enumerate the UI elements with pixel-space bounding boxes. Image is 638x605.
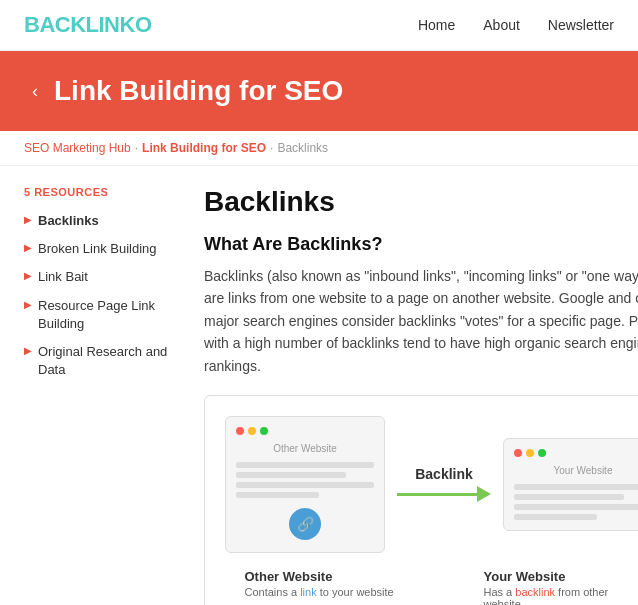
sidebar-item-broken[interactable]: ▶ Broken Link Building <box>24 240 184 258</box>
link-word[interactable]: link <box>300 586 317 598</box>
backlink-diagram: Other Website 🔗 <box>204 395 638 605</box>
other-site-desc: Contains a link to your website <box>245 586 405 598</box>
arrow-icon-2: ▶ <box>24 242 32 253</box>
logo-text: BACKLINK <box>24 12 135 37</box>
sidebar-label-research: Original Research and Data <box>38 343 184 379</box>
line-y2 <box>514 494 624 500</box>
diagram-inner: Other Website 🔗 <box>225 416 638 553</box>
other-website-box: Other Website 🔗 <box>225 416 385 553</box>
header: BACKLINKO Home About Newsletter <box>0 0 638 51</box>
sidebar-item-linkbait[interactable]: ▶ Link Bait <box>24 268 184 286</box>
main-area: 5 RESOURCES ▶ Backlinks ▶ Broken Link Bu… <box>0 166 638 605</box>
line-1 <box>236 462 374 468</box>
hero-title: Link Building for SEO <box>54 75 343 107</box>
content-lines-other <box>236 462 374 498</box>
dot-red-your <box>514 449 522 457</box>
arrow-head <box>477 486 491 502</box>
arrow-icon-1: ▶ <box>24 214 32 225</box>
sidebar-label-linkbait: Link Bait <box>38 268 88 286</box>
other-site-info: Other Website Contains a link to your we… <box>245 569 405 605</box>
other-site-name: Other Website <box>245 569 405 584</box>
content-lines-your <box>514 484 638 520</box>
breadcrumb-sep-1: · <box>135 141 138 155</box>
your-site-name: Your Website <box>484 569 639 584</box>
backlink-word[interactable]: backlink <box>515 586 555 598</box>
sidebar-resources-heading: 5 RESOURCES <box>24 186 184 198</box>
browser-dots-your <box>514 449 638 457</box>
sidebar-menu: ▶ Backlinks ▶ Broken Link Building ▶ Lin… <box>24 212 184 379</box>
line-y3 <box>514 504 638 510</box>
nav-about[interactable]: About <box>483 17 520 33</box>
dot-yellow-other <box>248 427 256 435</box>
dot-yellow-your <box>526 449 534 457</box>
sidebar-label-backlinks: Backlinks <box>38 212 99 230</box>
content-body: Backlinks (also known as "inbound links"… <box>204 265 638 377</box>
link-icon: 🔗 <box>289 508 321 540</box>
main-content: Backlinks What Are Backlinks? Backlinks … <box>204 186 638 605</box>
site-labels: Other Website Contains a link to your we… <box>225 569 638 605</box>
sidebar: 5 RESOURCES ▶ Backlinks ▶ Broken Link Bu… <box>24 186 184 605</box>
sidebar-item-research[interactable]: ▶ Original Research and Data <box>24 343 184 379</box>
line-y4 <box>514 514 597 520</box>
breadcrumb-link-building[interactable]: Link Building for SEO <box>142 141 266 155</box>
content-subtitle: What Are Backlinks? <box>204 234 638 255</box>
other-website-content: 🔗 <box>236 462 374 542</box>
your-website-box: Your Website <box>503 438 638 531</box>
sidebar-item-resource[interactable]: ▶ Resource Page Link Building <box>24 297 184 333</box>
arrow-icon-4: ▶ <box>24 299 32 310</box>
your-site-info: Your Website Has a backlink from other w… <box>484 569 639 605</box>
logo-o: O <box>135 12 152 37</box>
backlink-label: Backlink <box>415 466 473 482</box>
breadcrumb-sep-2: · <box>270 141 273 155</box>
backlink-arrow: Backlink <box>397 466 491 502</box>
nav-newsletter[interactable]: Newsletter <box>548 17 614 33</box>
dot-green-your <box>538 449 546 457</box>
arrow-icon-5: ▶ <box>24 345 32 356</box>
breadcrumb-hub[interactable]: SEO Marketing Hub <box>24 141 131 155</box>
other-website-label: Other Website <box>236 443 374 454</box>
arrow-icon-3: ▶ <box>24 270 32 281</box>
line-4 <box>236 492 319 498</box>
line-2 <box>236 472 346 478</box>
sidebar-label-broken: Broken Link Building <box>38 240 157 258</box>
nav-home[interactable]: Home <box>418 17 455 33</box>
breadcrumb: SEO Marketing Hub · Link Building for SE… <box>0 131 638 166</box>
line-y1 <box>514 484 638 490</box>
back-button[interactable]: ‹ <box>32 81 38 102</box>
hero-section: ‹ Link Building for SEO <box>0 51 638 131</box>
line-3 <box>236 482 374 488</box>
content-title: Backlinks <box>204 186 638 218</box>
dot-green-other <box>260 427 268 435</box>
browser-dots-other <box>236 427 374 435</box>
arrow-graphic <box>397 486 491 502</box>
logo[interactable]: BACKLINKO <box>24 12 152 38</box>
navigation: Home About Newsletter <box>418 17 614 33</box>
breadcrumb-current: Backlinks <box>277 141 328 155</box>
sidebar-item-backlinks[interactable]: ▶ Backlinks <box>24 212 184 230</box>
dot-red-other <box>236 427 244 435</box>
your-site-desc: Has a backlink from other website <box>484 586 639 605</box>
arrow-shaft <box>397 493 477 496</box>
sidebar-label-resource: Resource Page Link Building <box>38 297 184 333</box>
your-website-label: Your Website <box>514 465 638 476</box>
